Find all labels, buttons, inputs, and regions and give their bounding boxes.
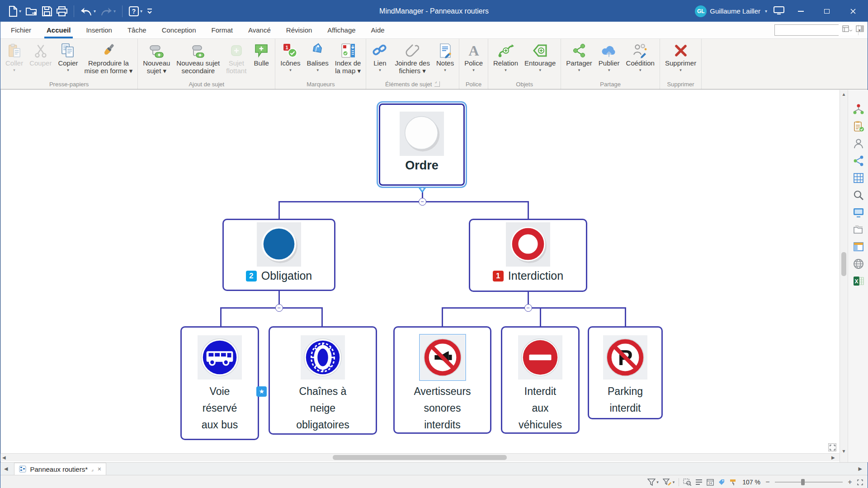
filter-edit-button[interactable]: ▾ xyxy=(663,479,675,486)
sidebar-excel-icon[interactable]: X xyxy=(853,275,864,287)
delete-button[interactable]: Supprimer▾ xyxy=(662,42,699,72)
topic-list-button[interactable] xyxy=(695,479,703,486)
sidebar-panel-icon[interactable] xyxy=(853,241,864,253)
help-button[interactable]: ?▾ xyxy=(127,5,144,18)
format-painter-button[interactable]: Reproduire la mise en forme ▾ xyxy=(81,42,136,75)
collapse-toggle[interactable]: − xyxy=(275,304,283,312)
tab-scroll-right-icon[interactable]: ▶ xyxy=(859,466,862,472)
zoom-slider-thumb[interactable] xyxy=(801,479,805,485)
map-node-voie-bus[interactable]: Voie réservé aux bus xyxy=(180,326,259,440)
format-paint-button[interactable] xyxy=(729,479,736,486)
print-button[interactable] xyxy=(55,5,69,18)
font-button[interactable]: APolice▾ xyxy=(461,42,486,72)
chevron-down-icon[interactable]: ▾ xyxy=(94,9,96,14)
scroll-left-icon[interactable]: ◀ xyxy=(2,455,6,460)
menu-tab-revision[interactable]: Révision xyxy=(278,22,320,38)
horizontal-scrollbar[interactable]: ◀▶ xyxy=(0,453,840,461)
map-node-interdiction[interactable]: 1Interdiction xyxy=(469,219,587,292)
attach-button[interactable]: Joindre des fichiers ▾ xyxy=(392,42,433,75)
link-button[interactable]: Lien▾ xyxy=(368,42,392,72)
horizontal-scroll-thumb[interactable] xyxy=(333,455,507,460)
notes-button[interactable]: Notes▾ xyxy=(433,42,457,72)
new-topic-button[interactable]: Nouveau sujet ▾ xyxy=(140,42,173,75)
map-canvas[interactable]: −−−Ordre2Obligation1InterdictionVoie rés… xyxy=(0,90,840,462)
map-node-chaines[interactable]: Chaînes à neige obligatoires★ xyxy=(269,326,377,435)
zoom-in-button[interactable]: + xyxy=(847,478,853,486)
sidebar-user-icon[interactable] xyxy=(853,138,864,150)
menu-tab-aide[interactable]: Aide xyxy=(363,22,392,38)
menu-tab-avance[interactable]: Avancé xyxy=(241,22,278,38)
tab-launcher-icon[interactable]: ⌟ xyxy=(91,466,94,472)
sidebar-search-icon[interactable] xyxy=(853,189,864,201)
map-node-parking[interactable]: PParking interdit xyxy=(588,326,663,419)
chevron-down-icon: ▾ xyxy=(472,68,475,72)
customize-toolbar-button[interactable] xyxy=(145,7,154,16)
marker-icons-button[interactable]: 1Icônes▾ xyxy=(277,42,303,72)
ribbon-layout-icon[interactable] xyxy=(842,25,852,35)
sidebar-globe-icon[interactable] xyxy=(853,258,864,270)
map-node-interdit-vehicules[interactable]: Interdit aux véhicules xyxy=(501,326,580,434)
menu-tab-conception[interactable]: Conception xyxy=(154,22,204,38)
document-tab[interactable]: Panneaux routiers* ⌟ ✕ xyxy=(14,463,106,475)
menu-tab-affichage[interactable]: Affichage xyxy=(320,22,363,38)
menu-tab-insertion[interactable]: Insertion xyxy=(78,22,120,38)
sidebar-org-chart-icon[interactable] xyxy=(853,103,864,115)
scroll-up-icon[interactable]: ▲ xyxy=(840,92,848,97)
sidebar-grid-icon[interactable] xyxy=(853,172,864,184)
copy-button[interactable]: Copier▾ xyxy=(55,42,81,72)
sidebar-folders-icon[interactable] xyxy=(853,224,864,235)
open-file-button[interactable] xyxy=(24,5,39,18)
fit-map-button[interactable] xyxy=(857,479,863,485)
relationship-button[interactable]: Relation▾ xyxy=(490,42,521,72)
search-box[interactable]: ▾ xyxy=(774,24,839,36)
filter-button[interactable]: ▾ xyxy=(647,479,659,486)
collapse-toggle[interactable]: − xyxy=(419,198,426,206)
maximize-button[interactable] xyxy=(817,0,837,22)
map-node-avertisseurs[interactable]: Avertisseurs sonores interdits xyxy=(393,326,491,434)
new-document-button[interactable]: ▾ xyxy=(7,5,23,18)
chevron-down-icon[interactable]: ▾ xyxy=(140,9,142,14)
collapse-toggle[interactable]: − xyxy=(524,304,532,312)
new-subtopic-button[interactable]: Nouveau sujet secondaire xyxy=(173,42,223,75)
menu-tab-fichier[interactable]: Fichier xyxy=(3,22,39,38)
callout-button[interactable]: Bulle xyxy=(250,42,273,67)
boundary-button[interactable]: Entourage▾ xyxy=(521,42,559,72)
zoom-out-button[interactable]: − xyxy=(764,478,771,486)
share-button[interactable]: Partager▾ xyxy=(563,42,595,72)
menu-tab-tache[interactable]: Tâche xyxy=(120,22,154,38)
coediting-button[interactable]: Coédition▾ xyxy=(623,42,658,72)
minimize-button[interactable] xyxy=(791,0,811,22)
tags-button[interactable]: Balises▾ xyxy=(304,42,332,72)
priority-badge: 1 xyxy=(493,271,504,282)
sidebar-clipboard-check-icon[interactable] xyxy=(853,121,864,132)
map-index-button[interactable]: Index de la map ▾ xyxy=(332,42,364,75)
undo-button[interactable]: ▾ xyxy=(79,5,98,17)
map-node-obligation[interactable]: 2Obligation xyxy=(222,219,335,291)
vertical-scroll-thumb[interactable] xyxy=(841,252,846,276)
account-menu[interactable]: GL Guillaume Lailler ▾ xyxy=(695,5,767,17)
presentation-mode-icon[interactable] xyxy=(774,6,784,16)
sidebar-share-nodes-icon[interactable] xyxy=(853,155,864,167)
dialog-launcher-icon[interactable] xyxy=(434,81,440,87)
scroll-down-icon[interactable]: ▼ xyxy=(840,449,848,454)
chevron-down-icon[interactable]: ▾ xyxy=(19,9,21,14)
map-node-ordre[interactable]: Ordre xyxy=(379,103,465,186)
calendar-button[interactable]: 24 xyxy=(707,479,714,486)
zoom-select-button[interactable] xyxy=(683,479,691,486)
tab-close-icon[interactable]: ✕ xyxy=(97,466,101,472)
panel-toggle-icon[interactable] xyxy=(856,25,864,35)
zoom-slider[interactable] xyxy=(775,479,843,485)
tag-color-button[interactable] xyxy=(718,479,725,486)
tab-scroll-left-icon[interactable]: ◀ xyxy=(4,466,8,472)
chevron-down-icon[interactable]: ▾ xyxy=(113,9,116,14)
save-button[interactable] xyxy=(40,5,54,18)
vertical-scrollbar[interactable]: ▲ ▼ xyxy=(840,90,848,462)
sidebar-monitor-icon[interactable] xyxy=(853,206,864,218)
overview-button[interactable] xyxy=(828,443,836,451)
scroll-right-icon[interactable]: ▶ xyxy=(831,455,835,460)
close-button[interactable] xyxy=(843,0,863,22)
menu-tab-accueil[interactable]: Accueil xyxy=(39,22,78,38)
menu-tab-format[interactable]: Format xyxy=(204,22,241,38)
add-subtopic-handle[interactable] xyxy=(417,186,428,195)
publish-button[interactable]: Publier▾ xyxy=(595,42,623,72)
